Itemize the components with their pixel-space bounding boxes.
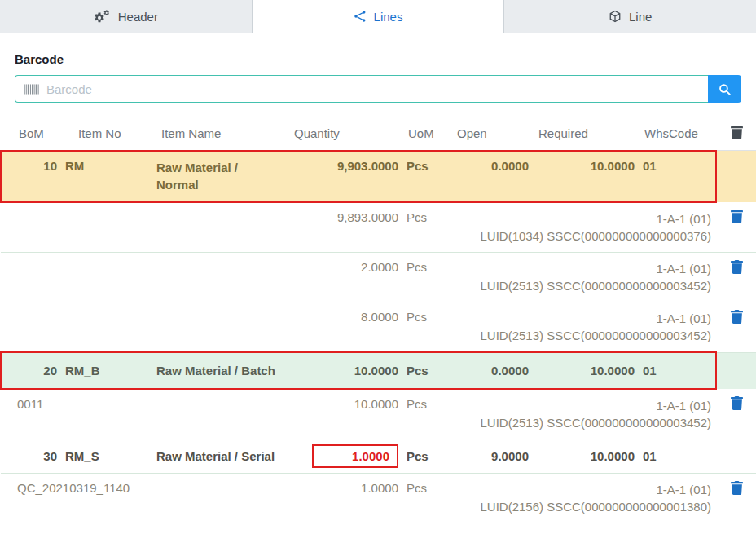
col-header-open: Open [451,117,532,151]
trash-icon [731,260,743,274]
delete-row-button[interactable] [731,481,743,495]
cell-quantity: 1.0000 [288,439,402,474]
cell-ref [1,253,288,302]
cell-whscode: 01 [638,352,716,389]
cell-ref: 0011 [1,389,288,439]
cell-delete [716,389,756,439]
trash-icon[interactable] [731,126,743,139]
cell-delete [716,439,756,474]
cell-location: 1-A-1 (01) LUID(2513) SSCC(0000000000000… [451,302,716,353]
cell-ref: QC_20210319_1140 [1,474,288,523]
cell-whscode: 01 [638,151,716,203]
tab-line[interactable]: Line [504,0,756,33]
cell-quantity: 1.0000 [288,474,402,523]
cell-open: 0.0000 [451,151,532,203]
table-row-detail: 2.0000 Pcs 1-A-1 (01) LUID(2513) SSCC(00… [1,253,756,302]
col-header-item-no: Item No [62,117,152,151]
cell-whscode: 01 [638,439,716,474]
cell-item-no: RM [62,151,152,203]
bin-location-text: 1-A-1 (01) [454,310,711,327]
cell-quantity: 8.0000 [288,302,402,353]
col-header-bom: BoM [1,117,62,151]
cell-quantity: 9,903.0000 [288,151,402,203]
table-row-summary[interactable]: 20 RM_B Raw Material / Batch 10.0000 Pcs… [1,352,756,389]
col-header-item-name: Item Name [152,117,288,151]
table-row-summary[interactable]: 10 RM Raw Material / Normal 9,903.0000 P… [1,151,756,203]
bin-location-text: 1-A-1 (01) [454,260,711,277]
cell-item-name: Raw Material / Normal [152,151,288,203]
cell-required: 10.0000 [532,352,638,389]
cell-bom: 20 [1,352,62,389]
cell-quantity: 2.0000 [288,253,402,302]
cell-quantity: 9,893.0000 [288,202,402,253]
cell-ref [1,202,288,253]
trash-icon [731,481,743,495]
trash-icon [731,310,743,324]
barcode-input-group [15,75,741,103]
luid-text: LUID(2513) SSCC(000000000000003452) [454,414,711,431]
cell-uom: Pcs [402,302,451,353]
cell-uom: Pcs [402,439,451,474]
col-header-uom: UoM [402,117,451,151]
trash-icon [731,210,743,223]
bin-location-text: 1-A-1 (01) [454,481,711,498]
cell-uom: Pcs [402,202,451,253]
barcode-field-wrap [15,75,708,103]
cell-uom: Pcs [402,474,451,523]
search-icon [718,82,732,96]
cell-delete [716,302,756,353]
cell-bom: 30 [1,439,62,474]
barcode-section: Barcode [0,52,756,103]
delete-row-button[interactable] [731,310,743,324]
barcode-label: Barcode [15,52,741,66]
tab-lines-label: Lines [374,10,403,24]
cell-uom: Pcs [402,389,451,439]
luid-text: LUID(2513) SSCC(000000000000003452) [454,277,711,294]
cell-required: 10.0000 [532,439,638,474]
tab-header-label: Header [118,10,158,24]
luid-text: LUID(2156) SSCC(000000000000001380) [454,498,711,515]
cell-bom: 10 [1,151,62,203]
tab-line-label: Line [629,10,652,24]
bin-location-text: 1-A-1 (01) [454,210,711,227]
cell-item-name: Raw Material / Batch [152,352,288,389]
cell-delete [716,151,756,203]
bin-location-text: 1-A-1 (01) [454,397,711,414]
table-row-summary[interactable]: 30 RM_S Raw Material / Serial 1.0000 Pcs… [1,439,756,474]
cell-delete [716,253,756,302]
col-header-whscode: WhsCode [638,117,716,151]
cell-location: 1-A-1 (01) LUID(1034) SSCC(0000000000000… [451,202,716,253]
cell-item-no: RM_S [62,439,152,474]
search-button[interactable] [708,75,741,103]
luid-text: LUID(1034) SSCC(000000000000000376) [454,227,711,245]
cell-delete [716,352,756,389]
tab-lines[interactable]: Lines [253,0,505,33]
delete-row-button[interactable] [731,210,743,223]
barcode-icon [24,83,39,95]
barcode-input[interactable] [46,82,700,96]
col-header-required: Required [532,117,638,151]
table-row-detail: 0011 10.0000 Pcs 1-A-1 (01) LUID(2513) S… [1,389,756,439]
cube-icon [609,10,622,23]
cell-quantity: 10.0000 [288,389,402,439]
cell-uom: Pcs [402,253,451,302]
cell-delete [716,474,756,523]
col-header-quantity: Quantity [288,117,402,151]
tab-bar: Header Lines Line [0,0,756,33]
quantity-alert-badge: 1.0000 [312,444,398,468]
tab-header[interactable]: Header [0,0,253,33]
cell-open: 9.0000 [451,439,532,474]
luid-text: LUID(2513) SSCC(000000000000003452) [454,327,711,344]
col-header-delete [716,117,756,151]
cell-location: 1-A-1 (01) LUID(2156) SSCC(0000000000000… [451,474,716,523]
table-header-row: BoM Item No Item Name Quantity UoM Open … [1,117,756,151]
table-row-detail: QC_20210319_1140 1.0000 Pcs 1-A-1 (01) L… [1,474,756,523]
cell-location: 1-A-1 (01) LUID(2513) SSCC(0000000000000… [451,253,716,302]
cell-item-no: RM_B [62,352,152,389]
table-row-detail: 9,893.0000 Pcs 1-A-1 (01) LUID(1034) SSC… [1,202,756,253]
delete-row-button[interactable] [731,260,743,274]
cell-item-name: Raw Material / Serial [152,439,288,474]
delete-row-button[interactable] [731,396,743,410]
gears-icon [94,10,111,24]
cell-delete [716,202,756,253]
